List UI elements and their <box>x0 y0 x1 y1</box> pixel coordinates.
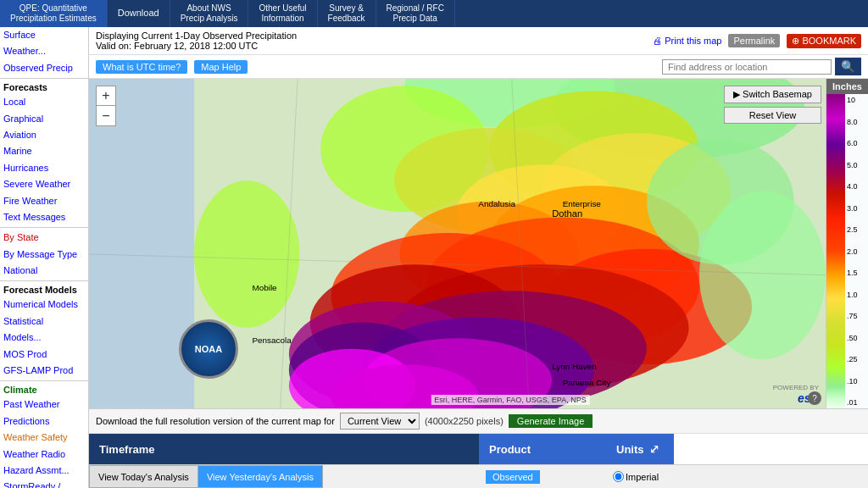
svg-point-24 <box>699 191 826 359</box>
sidebar-section-forecasts: Forecasts <box>0 80 88 94</box>
product-section: Product <box>479 434 606 464</box>
units-label: Units <box>616 443 644 456</box>
nav-about[interactable]: About NWSPrecip Analysis <box>170 0 249 27</box>
zoom-in-button[interactable]: + <box>96 86 116 106</box>
product-label: Product <box>489 443 531 456</box>
info-bar-left: Displaying Current 1-Day Observed Precip… <box>96 30 297 51</box>
nav-survey[interactable]: Survey &Feedback <box>318 0 376 27</box>
pixels-label: (4000x2250 pixels) <box>425 416 504 426</box>
imperial-radio[interactable] <box>613 471 624 482</box>
display-text: Displaying Current 1-Day Observed Precip… <box>96 30 297 41</box>
divider-4 <box>0 380 88 381</box>
bottom-tabs: Timeframe Product Units ⤢ <box>89 434 868 464</box>
divider-2 <box>0 227 88 228</box>
nav-qpe[interactable]: QPE: QuantitativePrecipitation Estimates <box>0 0 108 27</box>
sidebar-item-weather[interactable]: Weather... <box>0 43 88 59</box>
svg-text:Mobile: Mobile <box>252 283 277 292</box>
bottom-controls: View Today's Analysis View Yesterday's A… <box>89 464 868 488</box>
view-select[interactable]: Current View <box>340 413 420 430</box>
sidebar-item-weather-safety[interactable]: Weather Safety <box>0 430 88 446</box>
search-button[interactable]: 🔍 <box>835 58 861 75</box>
sidebar-item-gfs-lamp-prod[interactable]: GFS-LAMP Prod <box>0 363 88 379</box>
legend-value-0pt01: .01 <box>847 398 866 407</box>
zoom-out-button[interactable]: − <box>96 106 116 126</box>
observed-button[interactable]: Observed <box>486 470 540 484</box>
utc-button[interactable]: What is UTC time? <box>96 60 187 74</box>
sidebar-item-local[interactable]: Local <box>0 94 88 110</box>
print-link[interactable]: 🖨 Print this map <box>653 36 721 46</box>
noaa-circle: NOAA <box>179 319 238 379</box>
timeframe-buttons: View Today's Analysis View Yesterday's A… <box>89 465 479 488</box>
sidebar-item-severe-weather[interactable]: Severe Weather <box>0 176 88 192</box>
legend-value-8: 8.0 <box>847 118 866 126</box>
legend-labels: 10 8.0 6.0 5.0 4.0 3.0 2.5 2.0 1.5 1.0 .… <box>845 94 868 408</box>
sidebar-item-models[interactable]: Models... <box>0 330 88 346</box>
sidebar-item-graphical[interactable]: Graphical <box>0 111 88 127</box>
sidebar-item-marine[interactable]: Marine <box>0 143 88 159</box>
toolbar-bar: What is UTC time? Map Help 🔍 <box>89 55 868 79</box>
nav-download[interactable]: Download <box>108 0 170 27</box>
sidebar-item-text-messages[interactable]: Text Messages <box>0 209 88 225</box>
zoom-controls: + − <box>96 86 116 126</box>
sidebar-item-weather-radio[interactable]: Weather Radio <box>0 446 88 463</box>
map-help-button[interactable]: Map Help <box>194 60 248 74</box>
sidebar-item-statistical[interactable]: Statistical <box>0 313 88 330</box>
generate-image-button[interactable]: Generate Image <box>509 414 593 428</box>
sidebar-item-mos-prod[interactable]: MOS Prod <box>0 347 88 363</box>
legend-value-0pt25: .25 <box>847 355 866 363</box>
permalink-button[interactable]: Permalink <box>728 34 780 47</box>
units-buttons: Imperial <box>606 471 674 482</box>
sidebar-item-hazard-assmt[interactable]: Hazard Assmt... <box>0 463 88 479</box>
legend-value-3: 3.0 <box>847 204 866 213</box>
expand-icon[interactable]: ⤢ <box>649 442 659 456</box>
search-input[interactable] <box>662 59 832 75</box>
sidebar-item-national[interactable]: National <box>0 263 88 279</box>
download-label: Download the full resolution version of … <box>96 416 335 426</box>
timeframe-section: Timeframe <box>89 434 479 464</box>
svg-text:Panama City: Panama City <box>563 378 611 387</box>
sidebar-item-by-state[interactable]: By State <box>0 230 88 246</box>
svg-text:Enterprise: Enterprise <box>563 199 602 208</box>
sidebar-item-fire-weather[interactable]: Fire Weather <box>0 193 88 209</box>
sidebar-item-past-weather[interactable]: Past Weather <box>0 396 88 413</box>
sidebar-item-surface[interactable]: Surface <box>0 27 88 43</box>
legend-value-1pt5: 1.5 <box>847 269 866 277</box>
yesterday-analysis-button[interactable]: View Yesterday's Analysis <box>198 465 323 488</box>
sidebar-item-observed-precip[interactable]: Observed Precip <box>0 60 88 76</box>
bookmark-button[interactable]: ⊕ BOOKMARK <box>787 34 861 48</box>
sidebar-item-numerical-models[interactable]: Numerical Models <box>0 297 88 313</box>
today-analysis-button[interactable]: View Today's Analysis <box>89 465 198 488</box>
map-action-buttons: ▶ Switch Basemap Reset View <box>724 86 821 124</box>
svg-point-25 <box>194 180 299 328</box>
download-bar: Download the full resolution version of … <box>89 409 868 434</box>
sidebar-item-aviation[interactable]: Aviation <box>0 127 88 143</box>
svg-text:Dothan: Dothan <box>552 208 582 219</box>
content-area: Displaying Current 1-Day Observed Precip… <box>89 27 868 488</box>
print-label: Print this map <box>665 36 721 46</box>
switch-basemap-button[interactable]: ▶ Switch Basemap <box>724 86 821 103</box>
legend-value-5: 5.0 <box>847 161 866 169</box>
legend-value-0pt1: .10 <box>847 377 866 385</box>
printer-icon: 🖨 <box>653 36 662 46</box>
nav-useful[interactable]: Other UsefulInformation <box>248 0 317 27</box>
sidebar-item-by-message-type[interactable]: By Message Type <box>0 247 88 263</box>
info-button[interactable]: ? <box>808 391 821 405</box>
divider-1 <box>0 78 88 79</box>
nav-regional[interactable]: Regional / RFCPrecip Data <box>376 0 455 27</box>
map-container[interactable]: Dothan Enterprise Andalusia Mobile Pensa… <box>89 79 868 408</box>
switch-basemap-label: Switch Basemap <box>743 89 812 99</box>
svg-text:Lynn Haven: Lynn Haven <box>552 362 597 371</box>
svg-rect-42 <box>826 94 845 408</box>
legend-value-0pt75: .75 <box>847 312 866 320</box>
sidebar-item-hurricanes[interactable]: Hurricanes <box>0 160 88 176</box>
search-container: 🔍 <box>662 58 861 75</box>
imperial-radio-label[interactable]: Imperial <box>613 471 659 482</box>
sidebar-item-stormready[interactable]: StormReady /TsunamiReady <box>0 479 88 488</box>
legend-value-6: 6.0 <box>847 139 866 147</box>
timeframe-label: Timeframe <box>99 443 155 456</box>
sidebar-item-predictions[interactable]: Predictions <box>0 413 88 430</box>
top-navigation: QPE: QuantitativePrecipitation Estimates… <box>0 0 868 27</box>
reset-view-button[interactable]: Reset View <box>724 107 821 124</box>
legend-content: 10 8.0 6.0 5.0 4.0 3.0 2.5 2.0 1.5 1.0 .… <box>826 94 868 408</box>
search-icon: 🔍 <box>841 60 855 73</box>
